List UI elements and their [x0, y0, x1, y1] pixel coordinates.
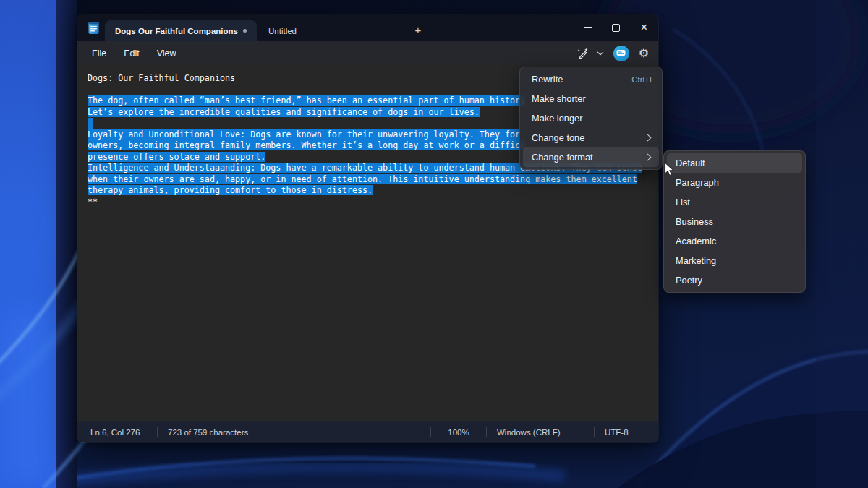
submenu-arrow-icon: [644, 154, 652, 161]
menu-item-business[interactable]: Business: [667, 212, 802, 231]
menu-item-list[interactable]: List: [667, 192, 802, 212]
editor-line: when their owners are sad, happy, or in …: [88, 174, 658, 186]
menu-item-default[interactable]: Default: [667, 153, 802, 173]
rewrite-dropdown-button[interactable]: [595, 44, 606, 63]
toolbar: ⚙: [574, 41, 651, 65]
tab-untitled[interactable]: Untitled: [257, 20, 405, 41]
menu-item-label: Poetry: [676, 275, 795, 286]
tab-label: Dogs Our Faithful Companions: [115, 27, 238, 35]
menubar-items: FileEditView: [83, 45, 185, 62]
cursor-position: Ln 6, Col 276: [77, 428, 157, 437]
menu-item-label: Marketing: [676, 255, 795, 266]
window-controls: ×: [574, 14, 658, 41]
line-ending: Windows (CRLF): [487, 428, 594, 437]
maximize-icon: [612, 24, 620, 32]
menu-item-label: Paragraph: [676, 177, 795, 188]
editor-line: therapy animals, providing comfort to th…: [88, 185, 658, 197]
menu-item-label: Default: [676, 158, 795, 168]
menu-item-poetry[interactable]: Poetry: [667, 270, 802, 290]
editor-line: **: [88, 197, 658, 208]
encoding: UTF-8: [595, 428, 658, 437]
rewrite-menu: RewriteCtrl+IMake shorterMake longerChan…: [519, 67, 663, 170]
close-button[interactable]: ×: [630, 14, 658, 40]
menubar-item-view[interactable]: View: [148, 45, 185, 62]
menu-item-academic[interactable]: Academic: [667, 231, 802, 251]
notepad-app-icon: [88, 21, 100, 35]
menu-item-label: Make shorter: [532, 93, 652, 104]
menubar-item-edit[interactable]: Edit: [115, 45, 148, 62]
minimize-icon: [584, 27, 592, 28]
menubar-item-file[interactable]: File: [83, 45, 115, 62]
format-submenu: DefaultParagraphListBusinessAcademicMark…: [663, 150, 806, 293]
menu-item-label: Rewrite: [532, 74, 631, 85]
zoom-level: 100%: [431, 428, 486, 437]
settings-button[interactable]: ⚙: [637, 44, 651, 63]
menu-item-label: Academic: [676, 236, 795, 247]
maximize-button[interactable]: [602, 14, 630, 40]
titlebar[interactable]: Dogs Our Faithful Companions Untitled + …: [77, 14, 658, 41]
copilot-icon: [616, 49, 626, 57]
minimize-button[interactable]: [574, 14, 602, 40]
menu-item-label: Change tone: [532, 132, 645, 143]
shortcut-label: Ctrl+I: [631, 75, 652, 84]
tab-dogs-our-faithful-companions[interactable]: Dogs Our Faithful Companions: [105, 20, 257, 41]
unsaved-dot-icon: [243, 29, 247, 33]
settings-gear-icon: ⚙: [639, 46, 649, 60]
rewrite-pen-sparkle-icon: [576, 47, 590, 60]
menu-item-rewrite[interactable]: RewriteCtrl+I: [523, 69, 659, 89]
submenu-arrow-icon: [644, 134, 652, 142]
chevron-down-icon: [597, 51, 604, 56]
rewrite-with-copilot-button[interactable]: [574, 44, 592, 63]
new-tab-button[interactable]: +: [407, 21, 429, 40]
menu-item-label: Change format: [532, 152, 645, 163]
menu-item-label: Business: [676, 216, 795, 227]
menu-item-label: List: [676, 197, 795, 207]
menu-item-change-format[interactable]: Change format: [523, 147, 659, 167]
menu-item-paragraph[interactable]: Paragraph: [667, 173, 802, 192]
menu-item-make-shorter[interactable]: Make shorter: [523, 89, 659, 108]
menu-item-label: Make longer: [532, 113, 652, 124]
menu-item-make-longer[interactable]: Make longer: [523, 108, 659, 128]
menu-item-change-tone[interactable]: Change tone: [523, 128, 659, 147]
statusbar: Ln 6, Col 276 723 of 759 characters 100%…: [77, 421, 658, 442]
character-count: 723 of 759 characters: [158, 428, 258, 437]
copilot-button[interactable]: [613, 46, 629, 61]
menu-item-marketing[interactable]: Marketing: [667, 251, 802, 270]
menubar: FileEditView: [77, 41, 658, 65]
tab-label: Untitled: [268, 27, 297, 35]
close-icon: ×: [641, 22, 647, 33]
